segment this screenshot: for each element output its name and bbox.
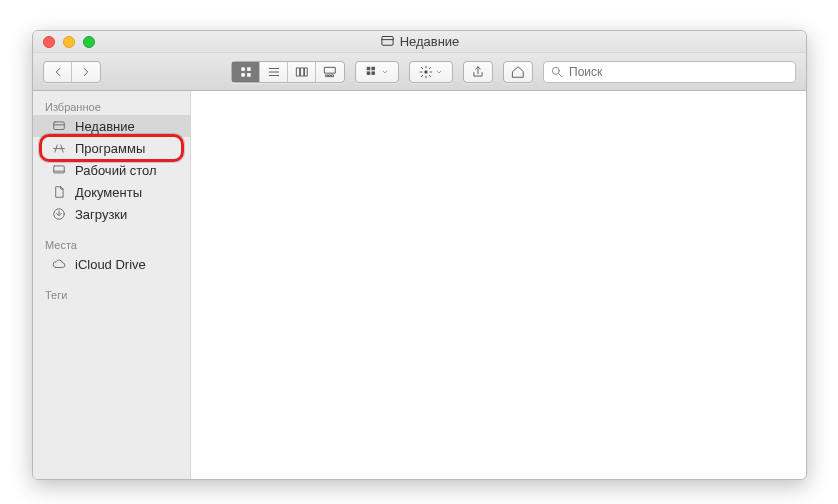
svg-rect-4 <box>247 73 251 77</box>
search-input[interactable] <box>569 65 789 79</box>
svg-rect-7 <box>304 67 306 75</box>
nav-buttons <box>43 61 101 83</box>
sidebar-item-applications[interactable]: Программы <box>33 137 190 159</box>
svg-rect-5 <box>296 67 299 75</box>
tags-button[interactable] <box>504 62 532 82</box>
search-icon <box>550 65 564 79</box>
list-view-button[interactable] <box>260 62 288 82</box>
svg-rect-19 <box>54 166 65 173</box>
finder-window: Недавние Из <box>32 30 807 480</box>
close-button[interactable] <box>43 36 55 48</box>
search-field[interactable] <box>543 61 796 83</box>
group-button[interactable] <box>356 62 398 82</box>
action-buttons <box>409 61 453 83</box>
minimize-button[interactable] <box>63 36 75 48</box>
sidebar-item-documents[interactable]: Документы <box>33 181 190 203</box>
window-controls <box>33 36 95 48</box>
svg-rect-8 <box>325 67 336 73</box>
sidebar-item-label: Недавние <box>75 119 135 134</box>
applications-icon <box>51 140 67 156</box>
svg-rect-3 <box>241 73 245 77</box>
view-mode-buttons <box>231 61 345 83</box>
documents-icon <box>51 184 67 200</box>
svg-rect-0 <box>382 37 393 46</box>
recents-icon <box>51 118 67 134</box>
share-button[interactable] <box>464 62 492 82</box>
svg-rect-2 <box>247 67 251 71</box>
window-body: Избранное Недавние Программы Рабочий сто… <box>33 91 806 479</box>
icon-view-button[interactable] <box>232 62 260 82</box>
sidebar-item-label: Загрузки <box>75 207 127 222</box>
svg-rect-10 <box>329 74 331 76</box>
svg-point-17 <box>552 67 559 74</box>
section-locations: Места <box>33 235 190 253</box>
svg-rect-1 <box>241 67 245 71</box>
svg-rect-15 <box>371 71 375 75</box>
svg-rect-14 <box>367 71 371 75</box>
sidebar-item-label: Программы <box>75 141 145 156</box>
sidebar: Избранное Недавние Программы Рабочий сто… <box>33 91 191 479</box>
svg-rect-6 <box>300 67 303 75</box>
titlebar: Недавние <box>33 31 806 53</box>
sidebar-item-label: iCloud Drive <box>75 257 146 272</box>
desktop-icon <box>51 162 67 178</box>
section-tags: Теги <box>33 285 190 303</box>
svg-rect-18 <box>54 122 65 130</box>
svg-rect-12 <box>367 66 371 70</box>
window-title: Недавние <box>33 34 806 49</box>
toolbar <box>33 53 806 91</box>
window-title-text: Недавние <box>400 34 460 49</box>
group-by-buttons <box>355 61 399 83</box>
section-favorites: Избранное <box>33 97 190 115</box>
sidebar-item-label: Рабочий стол <box>75 163 157 178</box>
sidebar-item-recents[interactable]: Недавние <box>33 115 190 137</box>
content-area[interactable] <box>191 91 806 479</box>
maximize-button[interactable] <box>83 36 95 48</box>
svg-rect-13 <box>371 66 375 70</box>
column-view-button[interactable] <box>288 62 316 82</box>
sidebar-item-desktop[interactable]: Рабочий стол <box>33 159 190 181</box>
downloads-icon <box>51 206 67 222</box>
back-button[interactable] <box>44 62 72 82</box>
action-menu-button[interactable] <box>410 62 452 82</box>
svg-point-16 <box>424 70 428 74</box>
sidebar-item-label: Документы <box>75 185 142 200</box>
svg-rect-9 <box>326 74 328 76</box>
gallery-view-button[interactable] <box>316 62 344 82</box>
forward-button[interactable] <box>72 62 100 82</box>
sidebar-item-downloads[interactable]: Загрузки <box>33 203 190 225</box>
sidebar-item-icloud[interactable]: iCloud Drive <box>33 253 190 275</box>
icloud-icon <box>51 256 67 272</box>
tag-buttons <box>503 61 533 83</box>
share-buttons <box>463 61 493 83</box>
svg-rect-11 <box>332 74 334 76</box>
recents-icon <box>380 34 395 49</box>
